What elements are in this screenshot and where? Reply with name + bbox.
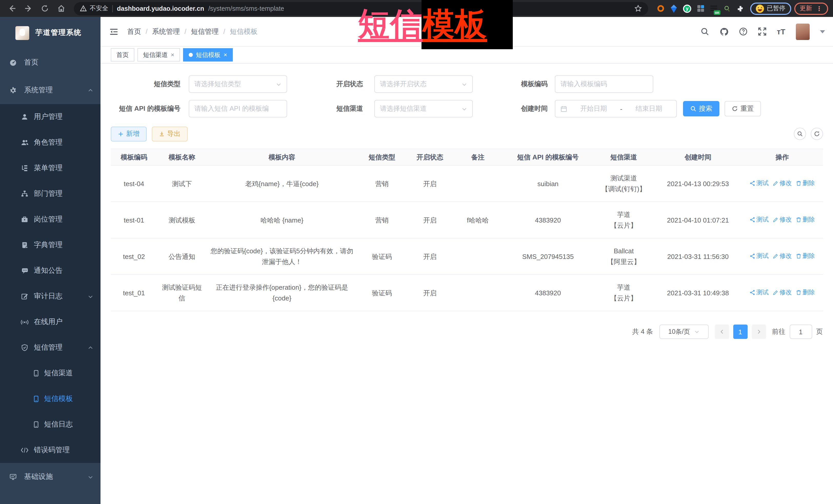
edit-link[interactable]: 修改 (773, 214, 792, 225)
edit-link[interactable]: 修改 (773, 251, 792, 262)
gear-icon (9, 87, 17, 94)
app-logo-row[interactable]: 芋道管理系统 (0, 17, 100, 49)
url-host: dashboard.yudao.iocoder.cn (117, 5, 204, 12)
sidebar-item-users[interactable]: 用户管理 (0, 104, 100, 130)
edit-link[interactable]: 修改 (773, 178, 792, 189)
add-button[interactable]: 新增 (111, 126, 147, 141)
test-link[interactable]: 测试 (750, 287, 769, 298)
status-select[interactable]: 请选择开启状态 (374, 75, 473, 93)
sidebar-item-sms-template[interactable]: 短信模板 (0, 386, 100, 412)
avatar-caret-icon[interactable] (820, 30, 825, 33)
goto-page-input[interactable] (789, 325, 812, 339)
export-button[interactable]: 导出 (152, 126, 188, 141)
home-icon[interactable] (54, 2, 68, 15)
sidebar-item-system[interactable]: 系统管理 (0, 76, 100, 104)
sidebar-item-audit-log[interactable]: 审计日志 (0, 284, 100, 309)
breadcrumb-separator: / (146, 28, 148, 35)
sidebar-item-departments[interactable]: 部门管理 (0, 181, 100, 207)
sidebar-item-menus[interactable]: 菜单管理 (0, 155, 100, 181)
dictionary-icon (21, 241, 29, 249)
browser-menu-icon[interactable]: ⋮ (816, 5, 822, 12)
org-tree-icon (21, 190, 29, 197)
extension-gem-icon[interactable] (669, 4, 678, 13)
fullscreen-icon[interactable] (758, 27, 767, 36)
end-date-placeholder[interactable]: 结束日期 (626, 104, 671, 113)
tab-home[interactable]: 首页 (111, 48, 134, 62)
extension-orange-icon[interactable] (656, 4, 665, 13)
sms-type-select[interactable]: 请选择短信类型 (189, 75, 287, 93)
avatar[interactable] (795, 23, 809, 40)
divider (112, 5, 113, 12)
test-link[interactable]: 测试 (750, 214, 769, 225)
refresh-button[interactable] (810, 128, 823, 140)
bookmark-star-icon[interactable] (634, 5, 642, 12)
sidebar-collapse-icon[interactable] (108, 25, 120, 38)
warning-label: 不安全 (90, 4, 108, 13)
search-button[interactable]: 搜索 (683, 101, 719, 116)
template-code-label: 模板编码 (473, 79, 555, 89)
breadcrumb-system[interactable]: 系统管理 (152, 27, 180, 36)
search-icon[interactable] (700, 27, 709, 36)
security-warning[interactable]: 不安全 (80, 4, 108, 13)
extension-yuque-icon[interactable]: y (683, 4, 691, 13)
sidebar-item-online-users[interactable]: 在线用户 (0, 309, 100, 335)
delete-link[interactable]: 删除 (796, 214, 815, 225)
sidebar-item-sms-log[interactable]: 短信日志 (0, 412, 100, 437)
delete-link[interactable]: 删除 (796, 178, 815, 189)
reload-icon[interactable] (38, 2, 51, 15)
test-link[interactable]: 测试 (750, 251, 769, 262)
profile-paused-badge[interactable]: 已暂停 (750, 2, 791, 15)
sidebar-item-home[interactable]: 首页 (0, 49, 100, 76)
breadcrumb-sms[interactable]: 短信管理 (191, 27, 219, 36)
dashboard-icon (9, 59, 17, 66)
toggle-search-button[interactable] (793, 128, 806, 140)
github-icon[interactable] (719, 27, 729, 36)
current-page-button[interactable]: 1 (733, 325, 747, 339)
extensions-puzzle-icon[interactable] (736, 4, 745, 13)
api-code-label: 短信 API 的模板编号 (111, 104, 189, 113)
tab-sms-channel[interactable]: 短信渠道 × (137, 48, 180, 62)
close-icon[interactable]: × (223, 51, 227, 58)
table-row: test-01 测试模板 哈哈哈 {name} 营销 开启 f哈哈哈 43839… (111, 202, 823, 238)
sidebar-item-sms[interactable]: 短信管理 (0, 335, 100, 360)
start-date-placeholder[interactable]: 开始日期 (571, 104, 616, 113)
phone-icon (32, 421, 40, 428)
sidebar-item-sms-channel[interactable]: 短信渠道 (0, 360, 100, 386)
chevron-up-icon (88, 88, 93, 93)
date-range-picker[interactable]: 开始日期 - 结束日期 (555, 100, 677, 117)
extension-list-icon[interactable]: on (709, 4, 718, 13)
page-size-select[interactable]: 10条/页 (659, 325, 708, 339)
tab-sms-template[interactable]: 短信模板 × (183, 48, 233, 62)
sidebar-item-error-codes[interactable]: 错误码管理 (0, 437, 100, 463)
font-size-icon[interactable]: ᴛT (777, 27, 785, 36)
extension-grid-icon[interactable] (696, 4, 705, 13)
delete-link[interactable]: 删除 (796, 287, 815, 298)
update-button[interactable]: 更新 ⋮ (794, 2, 828, 15)
sidebar-item-infrastructure[interactable]: 基础设施 (0, 463, 100, 491)
update-label: 更新 (800, 4, 812, 13)
edit-link[interactable]: 修改 (773, 287, 792, 298)
close-icon[interactable]: × (171, 51, 174, 58)
annotation-title: 短信模板 (358, 1, 487, 47)
test-link[interactable]: 测试 (750, 178, 769, 189)
api-code-input[interactable]: 请输入短信 API 的模板编 (189, 100, 287, 117)
delete-link[interactable]: 删除 (796, 251, 815, 262)
back-icon[interactable] (5, 2, 19, 15)
template-code-input[interactable]: 请输入模板编码 (555, 75, 653, 93)
prev-page-button[interactable] (715, 325, 729, 339)
sidebar-item-notice[interactable]: 通知公告 (0, 258, 100, 284)
col-created: 创建时间 (654, 149, 742, 165)
forward-icon[interactable] (22, 2, 35, 15)
breadcrumb-home[interactable]: 首页 (127, 27, 141, 36)
sidebar-item-roles[interactable]: 角色管理 (0, 130, 100, 155)
user-icon (21, 113, 29, 120)
create-time-label: 创建时间 (473, 104, 555, 113)
help-icon[interactable] (739, 27, 747, 36)
next-page-button[interactable] (752, 325, 766, 339)
sidebar-item-posts[interactable]: 岗位管理 (0, 207, 100, 232)
sidebar-item-dict[interactable]: 字典管理 (0, 232, 100, 258)
reset-button[interactable]: 重置 (724, 101, 761, 116)
profile-emoji-icon (756, 4, 764, 13)
extension-magnifier-icon[interactable] (723, 4, 732, 13)
channel-select[interactable]: 请选择短信渠道 (374, 100, 473, 117)
